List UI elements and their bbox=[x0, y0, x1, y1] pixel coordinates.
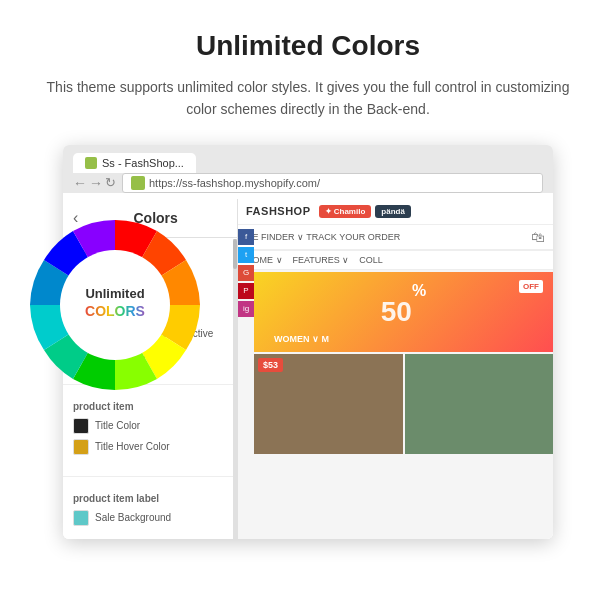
image-row: $53 bbox=[254, 354, 553, 454]
googleplus-button[interactable]: G bbox=[238, 265, 254, 281]
browser-nav: ← → ↻ https://ss-fashshop.myshopify.com/ bbox=[73, 173, 543, 193]
pinterest-button[interactable]: P bbox=[238, 283, 254, 299]
title-color-swatch[interactable] bbox=[73, 418, 89, 434]
product-label-title: product item label bbox=[73, 493, 227, 504]
address-text: https://ss-fashshop.myshopify.com/ bbox=[149, 177, 320, 189]
shop-header: FASHSHOP ✦ Chamilo pändä bbox=[238, 199, 553, 225]
color-row: Title Color bbox=[73, 418, 227, 434]
product-image-2 bbox=[405, 354, 554, 454]
brand-pills: ✦ Chamilo pändä bbox=[319, 205, 411, 218]
page-title: Unlimited Colors bbox=[196, 30, 420, 62]
title-hover-color-swatch[interactable] bbox=[73, 439, 89, 455]
browser-tab[interactable]: Ss - FashShop... bbox=[73, 153, 196, 173]
banner-women-text: WOMEN ∨ M bbox=[274, 334, 329, 344]
shopify-icon bbox=[131, 176, 145, 190]
price-badge: $53 bbox=[258, 358, 283, 372]
divider bbox=[63, 476, 237, 477]
sale-bg-swatch[interactable] bbox=[73, 510, 89, 526]
finder-bar: RE FINDER ∨ TRACK YOUR ORDER 🛍 bbox=[238, 225, 553, 250]
tab-bar: Ss - FashShop... bbox=[73, 153, 543, 173]
wheel-text-colors: COLORS bbox=[85, 303, 145, 319]
product-label-section: product item label Sale Background bbox=[63, 485, 237, 539]
shop-nav: HOME ∨ FEATURES ∨ COLL bbox=[238, 250, 553, 270]
instagram-button[interactable]: ig bbox=[238, 301, 254, 317]
twitter-button[interactable]: t bbox=[238, 247, 254, 263]
color-wheel-svg: Unlimited COLORS bbox=[20, 210, 210, 400]
wheel-text-unlimited: Unlimited bbox=[85, 286, 144, 301]
chamilo-brand: ✦ Chamilo bbox=[319, 205, 372, 218]
title-color-label: Title Color bbox=[95, 420, 140, 431]
color-row: Title Hover Color bbox=[73, 439, 227, 455]
tab-label: Ss - FashShop... bbox=[102, 157, 184, 169]
browser-chrome: Ss - FashShop... ← → ↻ https://ss-fashsh… bbox=[63, 145, 553, 193]
banner-off-badge: OFF bbox=[519, 280, 543, 293]
color-row: Sale Background bbox=[73, 510, 227, 526]
scrollbar-thumb bbox=[233, 239, 237, 269]
coll-nav[interactable]: COLL bbox=[359, 255, 383, 265]
banner-area: 50 % OFF WOMEN ∨ M bbox=[254, 272, 553, 352]
social-bar: f t G P ig bbox=[238, 229, 254, 317]
finder-text: RE FINDER ∨ TRACK YOUR ORDER bbox=[246, 232, 400, 242]
shop-logo: FASHSHOP bbox=[246, 205, 311, 217]
title-hover-color-label: Title Hover Color bbox=[95, 441, 170, 452]
address-bar[interactable]: https://ss-fashshop.myshopify.com/ bbox=[122, 173, 543, 193]
facebook-button[interactable]: f bbox=[238, 229, 254, 245]
panda-brand: pändä bbox=[375, 205, 411, 218]
banner-percent: 50 bbox=[381, 296, 412, 328]
back-arrow[interactable]: ← bbox=[73, 175, 87, 191]
page-description: This theme supports unlimited color styl… bbox=[38, 76, 578, 121]
refresh-button[interactable]: ↻ bbox=[105, 175, 116, 190]
nav-arrows: ← → ↻ bbox=[73, 175, 116, 191]
sale-bg-label: Sale Background bbox=[95, 512, 171, 523]
features-nav[interactable]: FEATURES ∨ bbox=[293, 255, 350, 265]
content-panel: FASHSHOP ✦ Chamilo pändä RE FINDER ∨ TRA… bbox=[238, 199, 553, 539]
page-wrapper: Unlimited Colors This theme supports unl… bbox=[0, 0, 616, 559]
cart-icon: 🛍 bbox=[531, 229, 545, 245]
banner-percent-sign: % bbox=[412, 282, 426, 300]
color-wheel-container: Unlimited COLORS bbox=[20, 210, 220, 410]
forward-arrow[interactable]: → bbox=[89, 175, 103, 191]
shopify-tab-icon bbox=[85, 157, 97, 169]
sidebar-scrollbar[interactable] bbox=[233, 239, 237, 539]
